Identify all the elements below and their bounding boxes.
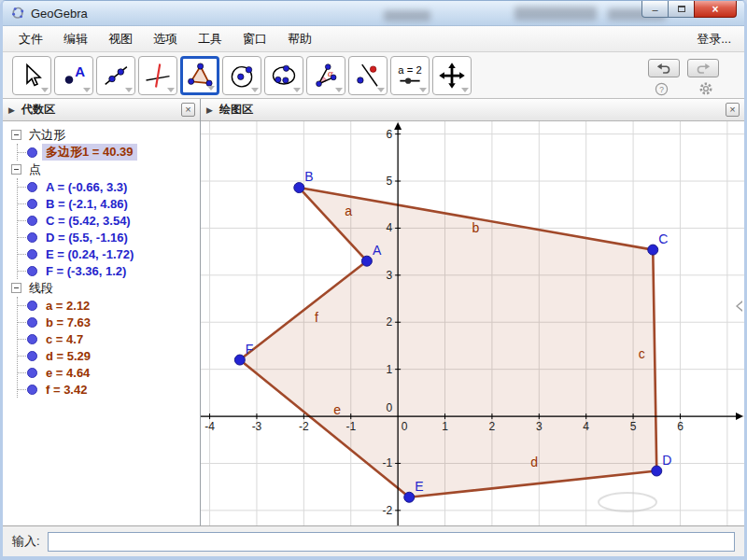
tool-dropdown-icon[interactable] <box>125 88 133 92</box>
tool-dropdown-icon[interactable] <box>293 88 301 92</box>
visibility-marble-icon[interactable] <box>27 317 37 328</box>
segment-label-f[interactable]: f <box>315 310 318 325</box>
algebra-item-text[interactable]: B = (-2.1, 4.86) <box>42 197 132 211</box>
point-F[interactable] <box>234 355 245 365</box>
tool-dropdown-icon[interactable] <box>167 88 175 92</box>
algebra-item-text[interactable]: A = (-0.66, 3.3) <box>42 180 131 194</box>
algebra-panel-header: ▶ 代数区 × <box>3 99 200 121</box>
help-button[interactable]: ? <box>653 81 669 96</box>
visibility-marble-icon[interactable] <box>27 266 37 276</box>
polygon-tool-button[interactable] <box>180 56 219 95</box>
angle-tool-button[interactable]: α <box>306 56 345 95</box>
sign-in-link[interactable]: 登录... <box>697 31 731 48</box>
tree-collapse-icon[interactable] <box>11 164 21 175</box>
settings-button[interactable] <box>698 81 714 96</box>
panel-collapse-icon[interactable]: ▶ <box>206 105 213 115</box>
slider-tool-button[interactable]: a = 2 <box>390 56 430 95</box>
algebra-item-text[interactable]: D = (5.5, -1.16) <box>42 231 132 245</box>
tool-dropdown-icon[interactable] <box>83 88 91 92</box>
visibility-marble-icon[interactable] <box>27 334 37 344</box>
visibility-marble-icon[interactable] <box>27 249 37 259</box>
close-button[interactable]: × <box>694 1 737 18</box>
circle-tool-button[interactable] <box>222 56 261 95</box>
visibility-marble-icon[interactable] <box>27 301 37 311</box>
maximize-button[interactable] <box>669 1 694 18</box>
point-B[interactable] <box>294 183 304 193</box>
graphics-canvas[interactable]: -4-3-2-10123456-2-10123456abcdefABCDEF <box>201 121 744 525</box>
algebra-item-text[interactable]: c = 4.7 <box>42 332 87 346</box>
segment-label-c[interactable]: c <box>639 346 645 361</box>
visibility-marble-icon[interactable] <box>27 368 37 378</box>
move-canvas-tool-button[interactable] <box>432 56 472 95</box>
algebra-item-text[interactable]: f = 3.42 <box>42 383 91 397</box>
plot-svg[interactable]: -4-3-2-10123456-2-10123456abcdefABCDEF <box>201 121 744 525</box>
tree-connector <box>18 389 26 390</box>
point-label-F: F <box>246 342 254 357</box>
point-C[interactable] <box>648 245 658 255</box>
segment-label-b[interactable]: b <box>472 220 479 235</box>
tree-connector <box>18 254 26 255</box>
x-tick-label: 1 <box>442 420 448 433</box>
menu-item[interactable]: 选项 <box>143 27 188 51</box>
move-tool-button[interactable] <box>12 56 51 95</box>
tool-dropdown-icon[interactable] <box>461 88 469 92</box>
algebra-item-text[interactable]: 多边形1 = 40.39 <box>42 144 137 161</box>
command-input[interactable] <box>48 532 735 552</box>
visibility-marble-icon[interactable] <box>27 232 37 243</box>
perpendicular-line-tool-button[interactable] <box>138 56 177 95</box>
algebra-close-icon[interactable]: × <box>181 103 195 117</box>
point-D[interactable] <box>652 466 662 476</box>
tool-dropdown-icon[interactable] <box>251 88 259 92</box>
y-tick-label: 3 <box>386 269 392 282</box>
tool-dropdown-icon[interactable] <box>419 88 427 92</box>
algebra-item-text[interactable]: F = (-3.36, 1.2) <box>42 264 130 278</box>
minimize-button[interactable]: – <box>641 1 669 18</box>
segment-label-d[interactable]: d <box>530 455 538 469</box>
menu-item[interactable]: 编辑 <box>53 27 98 51</box>
visibility-marble-icon[interactable] <box>27 182 37 192</box>
faint-watermark <box>599 493 656 511</box>
titlebar[interactable]: GeoGebra – × <box>3 1 744 26</box>
tool-dropdown-icon[interactable] <box>377 88 385 92</box>
maximize-icon <box>678 6 685 12</box>
panel-resize-arrow-icon[interactable] <box>736 301 742 312</box>
undo-button[interactable] <box>648 59 680 77</box>
graphics-close-icon[interactable]: × <box>726 103 740 117</box>
menu-item[interactable]: 窗口 <box>233 27 277 51</box>
geogebra-logo-icon <box>10 6 25 21</box>
ellipse-tool-button[interactable] <box>264 56 303 95</box>
algebra-item-text[interactable]: e = 4.64 <box>42 366 93 380</box>
algebra-item-text[interactable]: a = 2.12 <box>42 299 93 313</box>
segment-label-e[interactable]: e <box>333 402 341 417</box>
help-icon: ? <box>655 82 669 96</box>
visibility-marble-icon[interactable] <box>27 385 37 395</box>
reflect-tool-button[interactable] <box>348 56 388 95</box>
visibility-marble-icon[interactable] <box>27 147 37 158</box>
blurred-watermark <box>514 7 597 21</box>
visibility-marble-icon[interactable] <box>27 199 37 209</box>
polygon-hexagon[interactable] <box>240 188 656 497</box>
y-tick-label: 4 <box>386 221 392 234</box>
menu-item[interactable]: 工具 <box>188 27 233 51</box>
algebra-item-text[interactable]: C = (5.42, 3.54) <box>42 214 134 228</box>
visibility-marble-icon[interactable] <box>27 351 37 361</box>
menu-item[interactable]: 文件 <box>8 27 53 51</box>
tree-collapse-icon[interactable] <box>11 283 21 293</box>
line-tool-button[interactable] <box>96 56 135 95</box>
point-A[interactable] <box>361 256 372 266</box>
point-E[interactable] <box>404 492 415 502</box>
tool-dropdown-icon[interactable] <box>41 88 49 92</box>
point-tool-button[interactable]: A <box>54 56 93 95</box>
tool-dropdown-icon[interactable] <box>335 88 343 92</box>
segment-label-a[interactable]: a <box>345 203 352 218</box>
panel-collapse-icon[interactable]: ▶ <box>8 105 15 115</box>
menu-item[interactable]: 视图 <box>98 27 143 51</box>
algebra-item-text[interactable]: E = (0.24, -1.72) <box>42 247 137 261</box>
tree-collapse-icon[interactable] <box>11 130 21 140</box>
menu-item[interactable]: 帮助 <box>277 27 322 51</box>
algebra-item-text[interactable]: d = 5.29 <box>42 349 94 363</box>
redo-button[interactable] <box>687 59 719 77</box>
visibility-marble-icon[interactable] <box>27 216 37 226</box>
tool-dropdown-icon[interactable] <box>207 86 215 91</box>
algebra-item-text[interactable]: b = 7.63 <box>42 315 94 329</box>
